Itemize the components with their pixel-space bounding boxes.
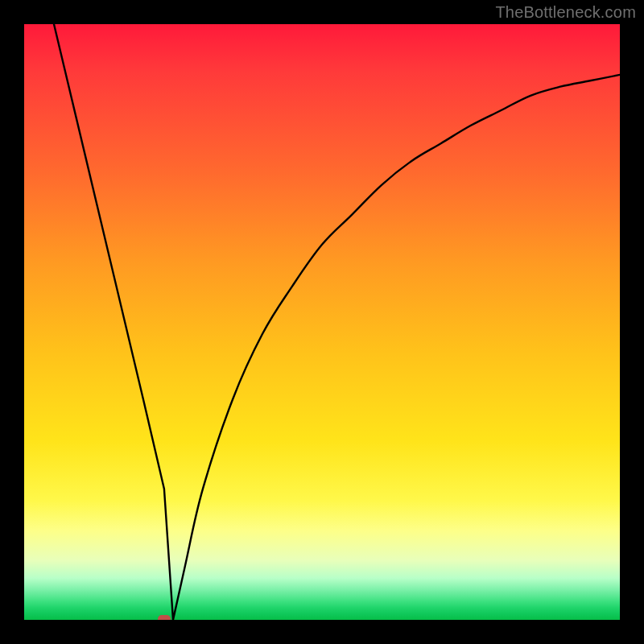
plot-area (24, 24, 620, 620)
chart-frame: TheBottleneck.com (0, 0, 644, 644)
attribution-text: TheBottleneck.com (495, 3, 636, 22)
bottleneck-curve (54, 24, 620, 620)
optimal-marker (158, 615, 171, 620)
curve-svg (24, 24, 620, 620)
